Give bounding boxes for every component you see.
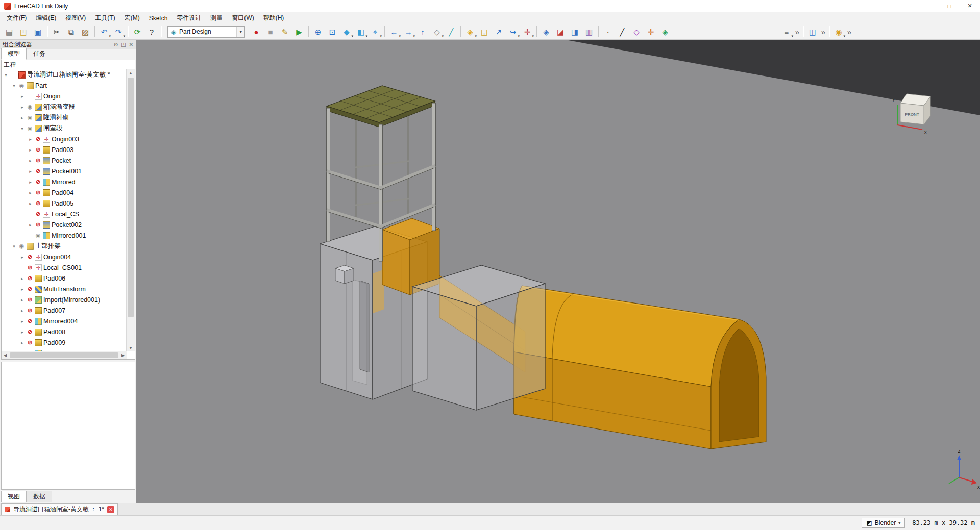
menu-window[interactable]: 窗口(W) [227,12,258,24]
toolbar-overflow[interactable]: » [846,25,853,38]
macro-play-button[interactable]: ▶ [292,24,306,39]
tree-horizontal-scrollbar[interactable]: ◀ ▶ [2,351,127,359]
tree-item-pocket001[interactable]: ▸ Pocket001 [2,166,127,176]
navigation-style-selector[interactable]: ◩ Blender ▾ [862,518,905,528]
tab-view-properties[interactable]: 视图 [1,491,27,502]
expand-icon[interactable]: ▾ [19,126,25,131]
expand-icon[interactable]: ▸ [19,94,25,99]
view-rotate-button[interactable]: ◇▾ [430,24,444,39]
menu-part-design[interactable]: 零件设计 [172,12,206,24]
toolbar-overflow[interactable]: » [794,25,801,38]
part-slice-button[interactable]: ◨ [568,24,582,39]
tree-item-pad003[interactable]: ▸ Pad003 [2,144,127,155]
nav-back-button[interactable]: ←▾ [387,24,401,39]
toolbar-overflow[interactable]: » [820,25,827,38]
menu-macro[interactable]: 宏(M) [120,12,144,24]
draw-style-button[interactable]: ◧▾ [354,24,368,39]
menu-sketch[interactable]: Sketch [144,12,173,24]
document-close-icon[interactable]: ✕ [107,506,114,513]
datum-plane-button[interactable]: ◇ [629,24,644,39]
scroll-left-icon[interactable]: ◀ [2,353,9,358]
tree-item-pad007[interactable]: ▸ Pad007 [2,305,127,316]
scroll-right-icon[interactable]: ▶ [119,353,127,358]
document-tab[interactable]: 导流洞进口箱涵闸室-黄文敏 ： 1* ✕ [1,503,118,515]
part-section-button[interactable]: ◪ [553,24,568,39]
create-body-button[interactable]: ◈▾ [463,24,477,39]
maximize-button[interactable]: □ [939,0,960,12]
nav-up-button[interactable]: ↑ [415,24,430,39]
tab-data-properties[interactable]: 数据 [27,491,52,502]
tree-item-pocket[interactable]: ▸ Pocket [2,155,127,166]
nav-sphere-button[interactable]: ◉▾ [831,24,846,39]
zoom-fit-selection-button[interactable]: ⊡ [325,24,339,39]
menu-help[interactable]: 帮助(H) [259,12,289,24]
expand-icon[interactable]: ▸ [28,222,33,228]
tree-item-local-cs[interactable]: Local_CS [2,209,127,219]
expand-icon[interactable]: ▸ [28,137,33,142]
zoom-tool-button[interactable]: ⌖▾ [368,24,382,39]
refresh-button[interactable]: ⟳ [130,24,144,39]
expand-icon[interactable]: ▸ [19,297,25,302]
copy-button[interactable]: ⧉ [64,24,78,39]
tab-model[interactable]: 模型 [1,48,27,60]
tree-item-pocket002[interactable]: ▸ Pocket002 [2,219,127,230]
part-shape-button[interactable]: ▥ [582,24,596,39]
undo-button[interactable]: ↶▾ [97,24,111,39]
expand-icon[interactable]: ▸ [19,287,25,292]
expand-icon[interactable]: ▸ [19,276,25,281]
expand-icon[interactable]: ▾ [11,83,17,88]
scroll-down-icon[interactable]: ▼ [127,344,135,351]
expand-icon[interactable]: ▸ [28,158,33,163]
expand-icon[interactable]: ▸ [19,255,25,260]
close-button[interactable]: ✕ [960,0,980,12]
expand-icon[interactable]: ▸ [19,330,25,335]
part-boolean-button[interactable]: ◈ [539,24,553,39]
expand-icon[interactable]: ▸ [19,340,25,345]
create-group-button[interactable]: ◱ [477,24,492,39]
menu-file[interactable]: 文件(F) [2,12,31,24]
tree-item-part[interactable]: ▾ Part [2,80,127,91]
make-link-button[interactable]: ↪▾ [506,24,520,39]
tree-item-multitransform[interactable]: ▸ MultiTransform [2,284,127,294]
tree-item-origin003[interactable]: ▸ Origin003 [2,134,127,144]
expand-icon[interactable]: ▾ [11,244,17,249]
cut-button[interactable]: ✂ [50,24,64,39]
overlay-icon[interactable]: ⊙ [114,42,118,47]
tree-item-tunnel-lining[interactable]: ▸ 隧洞衬砌 [2,112,127,123]
macro-edit-button[interactable]: ✎ [278,24,292,39]
tree-item-local-cs001[interactable]: Local_CS001 [2,262,127,273]
tree-item-box-culvert-transition[interactable]: ▸ 箱涵渐变段 [2,102,127,112]
tree-item-origin004[interactable]: ▸ Origin004 [2,251,127,262]
view-axonometric-button[interactable]: ◆▾ [339,24,354,39]
expand-icon[interactable]: ▸ [19,308,25,313]
link-group-button[interactable]: ◫ [805,24,820,39]
tree-item-mirrored004[interactable]: ▸ Mirrored004 [2,316,127,326]
scrollbar-thumb[interactable] [128,78,134,317]
whats-this-button[interactable]: ? [144,24,159,39]
tree-item-import-mirrored001[interactable]: ▸ Import(Mirrored001) [2,294,127,305]
new-file-button[interactable]: ▤ [2,24,16,39]
nav-forward-button[interactable]: →▾ [401,24,415,39]
minimize-button[interactable]: — [919,0,939,12]
workbench-selector[interactable]: ◈ Part Design ▾ [167,26,245,38]
tree-item-pad005[interactable]: ▸ Pad005 [2,198,127,209]
viewport-3d[interactable]: FRONT z x z x [136,40,980,503]
panel-close-icon[interactable]: ✕ [129,42,133,47]
undock-icon[interactable]: ◳ [121,42,126,47]
expand-icon[interactable]: ▸ [19,115,25,120]
menu-tools[interactable]: 工具(T) [90,12,119,24]
expand-icon[interactable]: ▸ [28,201,33,206]
measure-button[interactable]: ╱ [444,24,458,39]
scroll-up-icon[interactable]: ▲ [127,69,135,77]
datum-cs-button[interactable]: ✛▾ [520,24,534,39]
tree-vertical-scrollbar[interactable]: ▲ ▼ [126,69,135,351]
save-button[interactable]: ▣ [31,24,45,39]
tree-item-document[interactable]: ▾ 导流洞进口箱涵闸室-黄文敏 * [2,69,127,80]
tree-item-mirrored001[interactable]: Mirrored001 [2,230,127,241]
expand-icon[interactable]: ▸ [28,147,33,153]
tree-item-gate-chamber[interactable]: ▾ 闸室段 [2,123,127,134]
scrollbar-thumb[interactable] [10,352,118,358]
menu-edit[interactable]: 编辑(E) [31,12,61,24]
tree-item-upper-frame[interactable]: ▾ 上部排架 [2,241,127,251]
export-button[interactable]: ↗ [492,24,506,39]
